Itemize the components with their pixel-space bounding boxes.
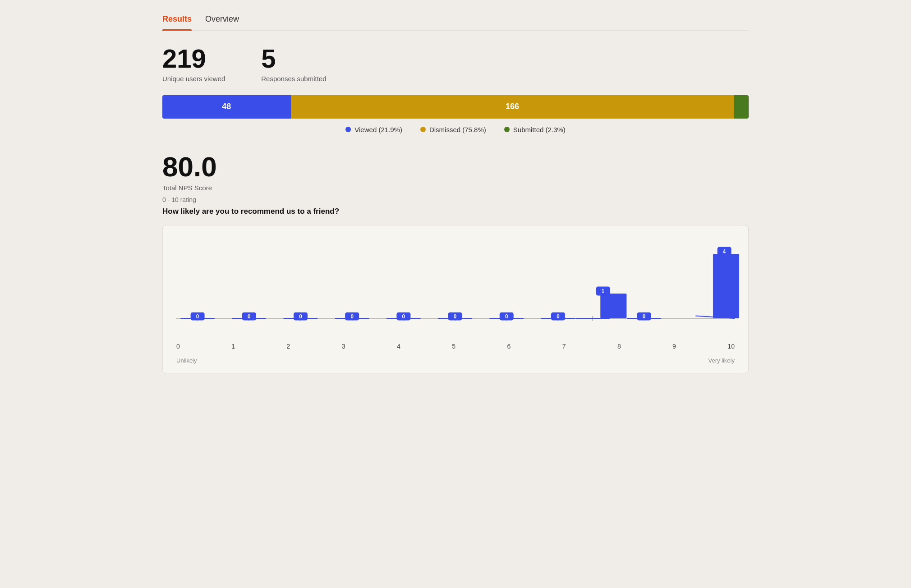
svg-text:0: 0 [402,313,405,320]
bar-dismissed: 166 [291,95,734,119]
axis-label-right: Very likely [708,357,735,364]
responses-number: 5 [261,44,326,73]
svg-text:1: 1 [602,288,605,294]
nps-question: How likely are you to recommend us to a … [162,207,749,216]
svg-text:0: 0 [505,313,508,320]
tab-overview[interactable]: Overview [205,9,239,30]
responses-label: Responses submitted [261,75,326,83]
tab-results[interactable]: Results [162,9,192,30]
rating-range: 0 - 10 rating [162,196,749,203]
legend-dot-submitted [504,127,510,132]
svg-rect-33 [600,294,626,318]
unique-users-number: 219 [162,44,225,73]
nps-score: 80.0 [162,152,749,182]
bar-submitted [734,95,749,119]
chart-axis-labels: Unlikely Very likely [172,357,739,364]
legend-viewed: Viewed (21.9%) [345,126,402,133]
nps-section: 80.0 Total NPS Score 0 - 10 rating How l… [162,152,749,216]
nps-chart-container: 0 0 0 0 0 [162,225,749,373]
stat-responses: 5 Responses submitted [261,44,326,83]
svg-text:0: 0 [557,313,560,320]
legend-dot-viewed [345,127,351,132]
svg-text:4: 4 [723,248,726,255]
svg-text:0: 0 [299,313,302,320]
bar-viewed: 48 [162,95,291,119]
nps-chart-svg: 0 0 0 0 0 [172,239,739,338]
svg-text:0: 0 [350,313,354,320]
stats-row: 219 Unique users viewed 5 Responses subm… [162,44,749,83]
axis-label-left: Unlikely [176,357,197,364]
svg-text:0: 0 [454,313,457,320]
nps-score-label: Total NPS Score [162,184,749,192]
chart-legend: Viewed (21.9%) Dismissed (75.8%) Submitt… [162,126,749,133]
page-container: Results Overview 219 Unique users viewed… [149,0,762,391]
nps-chart-area: 0 0 0 0 0 [172,239,739,338]
unique-users-label: Unique users viewed [162,75,225,83]
legend-dot-dismissed [420,127,426,132]
legend-submitted: Submitted (2.3%) [504,126,566,133]
svg-text:0: 0 [248,313,251,320]
svg-text:0: 0 [196,313,199,320]
stat-unique-users: 219 Unique users viewed [162,44,225,83]
legend-dismissed: Dismissed (75.8%) [420,126,486,133]
svg-text:0: 0 [643,313,646,320]
progress-bar: 48 166 [162,95,749,119]
tabs-bar: Results Overview [162,9,749,31]
svg-rect-42 [713,254,739,318]
chart-x-labels: 0 1 2 3 4 5 6 7 8 9 10 [172,343,739,350]
